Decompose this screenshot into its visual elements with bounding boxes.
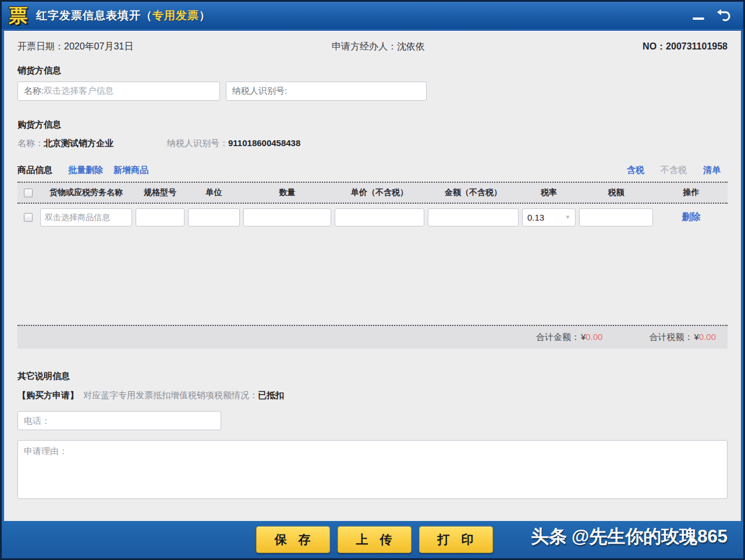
buyer-name-value: 北京测试销方企业 xyxy=(44,138,113,148)
application-reason-textarea[interactable] xyxy=(17,440,728,499)
col-header-tax-amount: 税额 xyxy=(577,183,655,203)
deduction-note: 【购买方申请】对应蓝字专用发票抵扣增值税销项税额情况：已抵扣 xyxy=(17,390,728,402)
watermark-handle: @先生你的玫瑰865 xyxy=(572,526,728,547)
reason-field-wrap xyxy=(17,440,728,499)
seller-section-title: 销货方信息 xyxy=(17,65,728,77)
invoice-date: 开票日期：2020年07月31日 xyxy=(17,41,133,51)
back-button[interactable] xyxy=(715,9,732,23)
buyer-info-line: 名称：北京测试销方企业 纳税人识别号：911018600458438 xyxy=(17,138,728,150)
invoice-date-label: 开票日期： xyxy=(17,41,64,51)
other-info-section-title: 其它说明信息 xyxy=(17,371,728,382)
save-button[interactable]: 保 存 xyxy=(256,526,330,553)
col-header-amount: 金额（不含税） xyxy=(426,183,520,203)
goods-table-empty-area xyxy=(17,231,728,325)
total-tax: 合计税额：¥0.00 xyxy=(649,332,716,343)
phone-field-wrap xyxy=(17,411,221,430)
goods-section-title: 商品信息 xyxy=(17,165,52,176)
amount-input[interactable] xyxy=(428,208,519,226)
col-header-actions: 操作 xyxy=(655,183,728,203)
window-title: 红字发票信息表填开（专用发票） xyxy=(36,8,211,23)
applicant-agent: 申请方经办人：沈依依 xyxy=(332,41,425,53)
window-title-suffix: ） xyxy=(199,9,211,22)
col-header-spec: 规格型号 xyxy=(134,183,186,203)
seller-taxid-input-label: 纳税人识别号: xyxy=(232,86,287,97)
applicant-type-label: 【购买方申请】 xyxy=(17,390,79,400)
seller-inputs-row: 名称:双击选择客户信息 纳税人识别号: xyxy=(17,81,728,101)
add-product-link[interactable]: 新增商品 xyxy=(113,165,148,176)
chevron-down-icon: ▼ xyxy=(565,214,570,220)
buyer-name: 名称：北京测试销方企业 xyxy=(17,138,167,150)
footer-bar: 保 存 上 传 打 印 头条@先生你的玫瑰865 xyxy=(2,521,743,558)
col-header-unit: 单位 xyxy=(186,183,242,203)
invoice-number-label: NO： xyxy=(643,41,666,51)
seller-name-input[interactable]: 名称:双击选择客户信息 xyxy=(17,81,220,101)
col-header-unit-price: 单价（不含税） xyxy=(333,183,426,203)
tax-excluded-link[interactable]: 不含税 xyxy=(661,165,687,176)
buyer-section-title: 购货方信息 xyxy=(17,119,728,131)
list-link[interactable]: 清单 xyxy=(703,165,721,176)
invoice-number-value: 200731101958 xyxy=(666,41,728,51)
window-title-prefix: 红字发票信息表填开（ xyxy=(36,9,152,22)
seller-taxid-input[interactable]: 纳税人识别号: xyxy=(226,81,427,101)
row-checkbox[interactable] xyxy=(24,213,33,222)
seller-name-input-label: 名称: xyxy=(24,86,44,97)
watermark-brand: 头条 xyxy=(531,526,567,547)
col-header-tax-rate: 税率 xyxy=(520,183,577,203)
spec-model-input[interactable] xyxy=(136,208,185,226)
deduction-status: 已抵扣 xyxy=(258,390,284,400)
total-amount-value: 0.00 xyxy=(586,332,602,342)
delete-row-link[interactable]: 删除 xyxy=(682,211,701,224)
minimize-button[interactable] xyxy=(691,9,706,22)
invoice-number: NO：200731101958 xyxy=(643,41,728,53)
applicant-agent-label: 申请方经办人： xyxy=(332,41,397,51)
buyer-taxid-value: 911018600458438 xyxy=(228,138,300,148)
tax-amount-input[interactable] xyxy=(579,208,653,226)
minimize-icon xyxy=(693,17,704,20)
total-tax-value: 0.00 xyxy=(699,332,716,342)
total-amount-label: 合计金额： xyxy=(536,332,580,342)
col-header-quantity: 数量 xyxy=(242,183,333,203)
buyer-taxid-label: 纳税人识别号： xyxy=(167,138,228,148)
invoice-date-value: 2020年07月31日 xyxy=(64,41,133,51)
unit-input[interactable] xyxy=(188,208,240,226)
buyer-taxid: 纳税人识别号：911018600458438 xyxy=(167,138,300,150)
invoice-app-logo-icon: 票 xyxy=(9,6,28,25)
total-tax-currency: ¥ xyxy=(694,332,698,342)
back-arrow-icon xyxy=(715,9,732,23)
form-page: 开票日期：2020年07月31日 申请方经办人：沈依依 NO：200731101… xyxy=(4,31,741,521)
window-title-accent: 专用发票 xyxy=(152,9,199,22)
totals-bar: 合计金额：¥0.00 合计税额：¥0.00 xyxy=(17,325,728,349)
tax-rate-select[interactable]: 0.13 ▼ xyxy=(522,208,576,226)
quantity-input[interactable] xyxy=(243,208,331,226)
app-window: 票 红字发票信息表填开（专用发票） 开票日期：2020年07月31日 申请方经办… xyxy=(0,0,745,560)
seller-name-input-placeholder: 双击选择客户信息 xyxy=(44,86,113,97)
tax-included-link[interactable]: 含税 xyxy=(627,165,644,176)
goods-table-header: 货物或应税劳务名称 规格型号 单位 数量 单价（不含税） 金额（不含税） 税率 … xyxy=(17,182,728,204)
total-amount: 合计金额：¥0.00 xyxy=(536,332,603,343)
goods-toolbar: 商品信息 批量删除 新增商品 含税 不含税 清单 xyxy=(17,164,728,176)
print-button[interactable]: 打 印 xyxy=(419,526,493,553)
total-amount-currency: ¥ xyxy=(581,332,586,342)
col-header-name: 货物或应税劳务名称 xyxy=(38,183,134,203)
goods-table: 货物或应税劳务名称 规格型号 单位 数量 单价（不含税） 金额（不含税） 税率 … xyxy=(17,182,728,349)
invoice-info-bar: 开票日期：2020年07月31日 申请方经办人：沈依依 NO：200731101… xyxy=(17,41,728,54)
select-all-checkbox[interactable] xyxy=(24,189,33,197)
upload-button[interactable]: 上 传 xyxy=(338,526,411,553)
watermark: 头条@先生你的玫瑰865 xyxy=(531,524,728,549)
buyer-name-label: 名称： xyxy=(17,138,44,148)
batch-delete-link[interactable]: 批量删除 xyxy=(68,165,103,176)
goods-table-row: 0.13 ▼ 删除 xyxy=(17,204,728,231)
unit-price-input[interactable] xyxy=(335,208,424,226)
tax-rate-value: 0.13 xyxy=(527,212,544,222)
tax-mode-links: 含税 不含税 清单 xyxy=(627,165,728,176)
total-tax-label: 合计税额： xyxy=(649,332,693,342)
applicant-agent-value: 沈依依 xyxy=(397,41,425,51)
phone-input[interactable] xyxy=(17,411,221,430)
titlebar: 票 红字发票信息表填开（专用发票） xyxy=(2,2,743,29)
window-controls xyxy=(691,9,736,23)
deduction-note-text: 对应蓝字专用发票抵扣增值税销项税额情况： xyxy=(83,390,258,400)
product-name-input[interactable] xyxy=(40,208,132,226)
